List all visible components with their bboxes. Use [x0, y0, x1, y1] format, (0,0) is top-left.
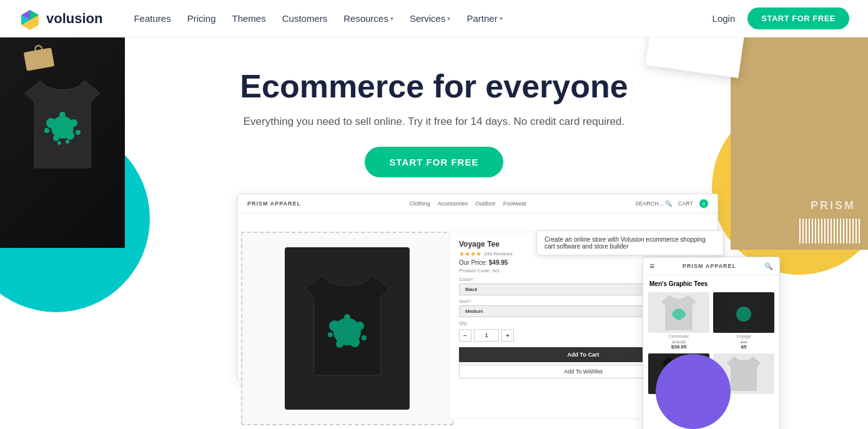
logo-link[interactable]: volusion	[19, 7, 102, 30]
svg-point-21	[362, 335, 367, 340]
qty-plus-button[interactable]: +	[501, 329, 514, 342]
mobile-product-price: $5	[713, 344, 774, 350]
svg-point-19	[344, 314, 350, 320]
product-image-placeholder	[241, 232, 453, 425]
svg-point-22	[736, 307, 751, 322]
mobile-product-item: Voyage $ee $5	[713, 292, 774, 350]
hero-section: Ecommerce for everyone Everything you ne…	[0, 37, 868, 190]
nav-features[interactable]: Features	[127, 9, 177, 27]
nav-pricing[interactable]: Pricing	[181, 9, 222, 27]
prism-label: PRISM	[811, 199, 856, 212]
mockup-navbar: PRISM APPAREL Commuter Clothing Accessor…	[238, 194, 718, 214]
svg-point-16	[355, 322, 364, 330]
navbar: volusion Features Pricing Themes Custome…	[0, 0, 868, 37]
mobile-product-old-price: $79.95	[648, 340, 709, 344]
logo-text: volusion	[46, 11, 102, 27]
mobile-product-image	[713, 292, 774, 333]
nav-resources[interactable]: Resources ▾	[337, 9, 400, 27]
chevron-down-icon: ▾	[447, 15, 450, 22]
product-stars: ★★★★	[459, 250, 481, 257]
nav-customers[interactable]: Customers	[276, 9, 334, 27]
mockup-nav-links: Commuter Clothing Accessories Outdoor Fo…	[410, 200, 527, 207]
login-link[interactable]: Login	[713, 13, 736, 24]
svg-point-20	[328, 332, 333, 337]
svg-point-17	[336, 340, 343, 348]
tshirt-mockup-image	[285, 247, 410, 410]
mobile-product-name: Commuter	[648, 334, 709, 338]
mobile-header: ≡ PRISM APPAREL 🔍	[643, 257, 779, 275]
mobile-product-price: $39.95	[648, 344, 709, 350]
cart-badge: 0	[699, 199, 708, 208]
nav-links: Features Pricing Themes Customers Resour…	[127, 9, 712, 27]
mockup-store-name: PRISM APPAREL	[247, 200, 301, 207]
desktop-mockup: PRISM APPAREL Commuter Clothing Accessor…	[237, 194, 718, 381]
nav-themes[interactable]: Themes	[226, 9, 272, 27]
mobile-store-name: PRISM APPAREL	[683, 263, 736, 269]
chevron-down-icon: ▾	[500, 15, 503, 22]
tooltip: Create an online store with Volusion eco…	[536, 230, 724, 255]
nav-partner[interactable]: Partner ▾	[460, 9, 508, 27]
mobile-product-image	[648, 292, 709, 333]
nav-services[interactable]: Services ▾	[403, 9, 457, 27]
svg-point-18	[350, 337, 360, 347]
volusion-logo-icon	[19, 7, 41, 30]
hamburger-icon: ≡	[649, 261, 654, 271]
qty-input[interactable]	[474, 329, 499, 342]
hero-subtitle: Everything you need to sell online. Try …	[12, 116, 856, 128]
hero-title: Ecommerce for everyone	[12, 69, 856, 104]
product-reviews: 240 Reviews	[484, 251, 513, 257]
nav-right: Login START FOR FREE	[713, 7, 849, 29]
mobile-section-title: Men's Graphic Tees	[643, 275, 779, 292]
mobile-product-item: Commuter $79.95 $39.95	[648, 292, 709, 350]
chevron-down-icon: ▾	[390, 15, 393, 22]
barcode-graphic	[799, 219, 862, 244]
mockup-nav-right: SEARCH... 🔍 CART 0	[635, 199, 708, 208]
purple-circle-shape	[656, 354, 731, 429]
qty-minus-button[interactable]: −	[459, 329, 471, 342]
mobile-product-name: Voyage	[713, 334, 774, 338]
svg-point-15	[329, 320, 340, 332]
nav-start-button[interactable]: START FOR FREE	[747, 7, 849, 29]
hero-cta-button[interactable]: START FOR FREE	[365, 147, 504, 177]
search-icon: 🔍	[764, 262, 773, 270]
mobile-product-old-price: $ee	[713, 340, 774, 344]
